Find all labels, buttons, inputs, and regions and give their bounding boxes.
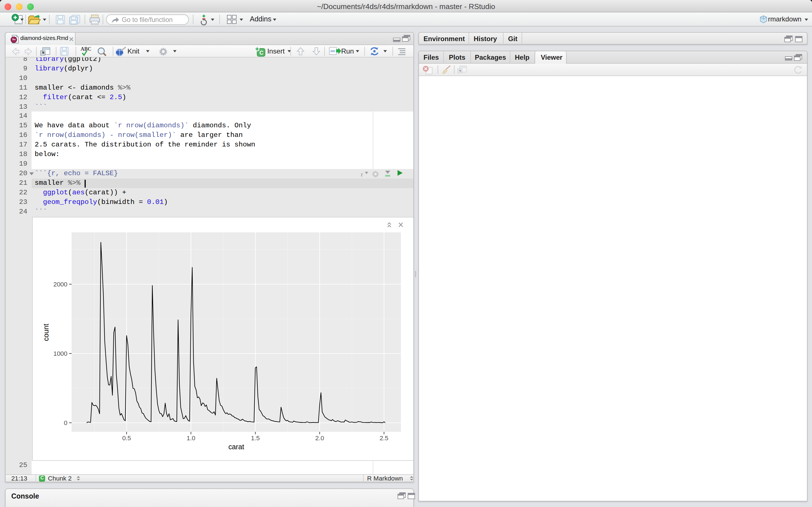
svg-text:0: 0 [64,419,67,427]
svg-text:ABC: ABC [81,46,91,52]
svg-text:2.0: 2.0 [315,435,324,442]
svg-text:count: count [42,324,50,341]
svg-text:carat: carat [228,443,244,451]
svg-text:1.5: 1.5 [251,435,259,442]
svg-text:1.0: 1.0 [186,435,195,442]
svg-text:2000: 2000 [53,281,67,288]
svg-text:C: C [259,50,263,56]
svg-text:1000: 1000 [53,350,67,357]
svg-text:2.5: 2.5 [379,435,388,442]
svg-text:0.5: 0.5 [122,435,131,442]
